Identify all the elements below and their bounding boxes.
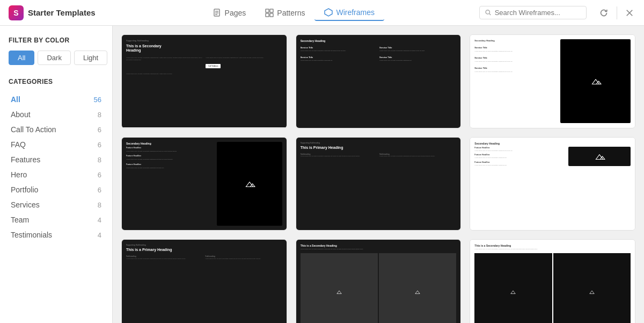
filter-all-button[interactable]: All [9, 51, 34, 65]
svg-rect-7 [270, 13, 273, 17]
template-preview-3: Secondary Heading Service Title Lorem ip… [470, 35, 635, 127]
patterns-icon [265, 9, 274, 17]
template-card-9[interactable]: This is a Secondary Heading Lorem ipsum … [470, 239, 635, 323]
app-body: Filter by Color All Dark Light Categorie… [0, 26, 644, 323]
svg-marker-20 [415, 291, 420, 294]
mountain-icon-2 [244, 180, 255, 188]
nav-tabs: Pages Patterns Wireframes [113, 5, 475, 21]
category-item-about[interactable]: About 8 [9, 107, 104, 122]
filter-dark-button[interactable]: Dark [38, 51, 70, 65]
category-item-team[interactable]: Team 4 [9, 212, 104, 227]
template-grid-container: Supporting Subheading This is a Secondar… [113, 26, 644, 323]
tab-patterns[interactable]: Patterns [255, 5, 314, 20]
category-item-cta[interactable]: Call To Action 6 [9, 122, 104, 137]
categories-label: Categories [9, 78, 104, 85]
template-card-4[interactable]: Secondary Heading Feature Headline Lorem… [121, 137, 287, 231]
template-preview-4: Secondary Heading Feature Headline Lorem… [122, 138, 287, 230]
mountain-light-grid-1 [509, 289, 517, 295]
app-logo: S [9, 5, 24, 20]
mountain-icon-3 [594, 152, 605, 161]
template-preview-5: Supporting Subheading This is Primary He… [296, 138, 461, 231]
template-card-2[interactable]: Secondary Heading Service Title Lorem ip… [296, 34, 462, 128]
header-divider [617, 6, 617, 19]
svg-point-9 [486, 10, 489, 14]
search-icon [485, 9, 492, 16]
color-filters: All Dark Light [9, 51, 104, 65]
template-preview-8: This is a Secondary Heading Lorem ipsum … [296, 240, 461, 323]
template-card-6[interactable]: Secondary Heading Feature Headline Lorem… [470, 137, 635, 231]
wireframes-icon [324, 8, 333, 17]
svg-rect-5 [270, 9, 273, 12]
template-card-1[interactable]: Supporting Subheading This is a Secondar… [121, 34, 287, 128]
category-item-features[interactable]: Features 8 [9, 152, 104, 167]
tab-wireframes[interactable]: Wireframes [314, 5, 384, 21]
app-header: S Starter Templates Pages Patterns [0, 0, 644, 26]
mountain-grid-1 [335, 289, 343, 295]
category-item-portfolio[interactable]: Portfolio 6 [9, 182, 104, 197]
sidebar: Filter by Color All Dark Light Categorie… [0, 26, 113, 323]
category-item-services[interactable]: Services 8 [9, 197, 104, 212]
template-grid: Supporting Subheading This is a Secondar… [121, 34, 635, 323]
close-button[interactable] [624, 7, 635, 19]
svg-marker-23 [511, 291, 515, 294]
template-preview-1: Supporting Subheading This is a Secondar… [122, 35, 287, 127]
svg-marker-8 [325, 9, 332, 16]
template-preview-9: This is a Secondary Heading Lorem ipsum … [470, 240, 635, 323]
refresh-button[interactable] [597, 6, 610, 19]
template-preview-7: Supporting Subheading This is a Primary … [122, 240, 287, 323]
search-box[interactable] [479, 6, 587, 19]
mountain-light-grid-2 [588, 289, 596, 295]
category-item-testimonials[interactable]: Testimonials 4 [9, 227, 104, 242]
refresh-icon [599, 9, 608, 17]
pages-icon [213, 9, 222, 17]
category-item-all[interactable]: All 56 [9, 92, 104, 107]
mountain-icon [590, 77, 602, 85]
svg-line-10 [489, 13, 491, 15]
category-item-faq[interactable]: FAQ 6 [9, 137, 104, 152]
filter-light-button[interactable]: Light [74, 51, 107, 65]
category-list: All 56 About 8 Call To Action 6 FAQ 6 Fe… [9, 92, 104, 242]
template-card-8[interactable]: This is a Secondary Heading Lorem ipsum … [296, 239, 462, 323]
template-preview-2: Secondary Heading Service Title Lorem ip… [296, 35, 461, 128]
filter-label: Filter by Color [9, 37, 104, 44]
category-item-hero[interactable]: Hero 6 [9, 167, 104, 182]
close-icon [626, 9, 633, 17]
svg-rect-6 [266, 13, 269, 17]
search-input[interactable] [495, 9, 581, 17]
template-card-5[interactable]: Supporting Subheading This is Primary He… [296, 137, 462, 231]
template-card-3[interactable]: Secondary Heading Service Title Lorem ip… [470, 34, 635, 128]
svg-marker-24 [590, 291, 594, 294]
svg-rect-4 [266, 9, 269, 12]
mountain-grid-2 [414, 289, 421, 295]
tab-pages[interactable]: Pages [203, 5, 256, 20]
svg-marker-19 [337, 291, 341, 294]
header-actions [597, 6, 635, 19]
template-preview-6: Secondary Heading Feature Headline Lorem… [470, 138, 635, 230]
app-title: Starter Templates [28, 8, 96, 17]
template-card-7[interactable]: Supporting Subheading This is a Primary … [121, 239, 287, 323]
